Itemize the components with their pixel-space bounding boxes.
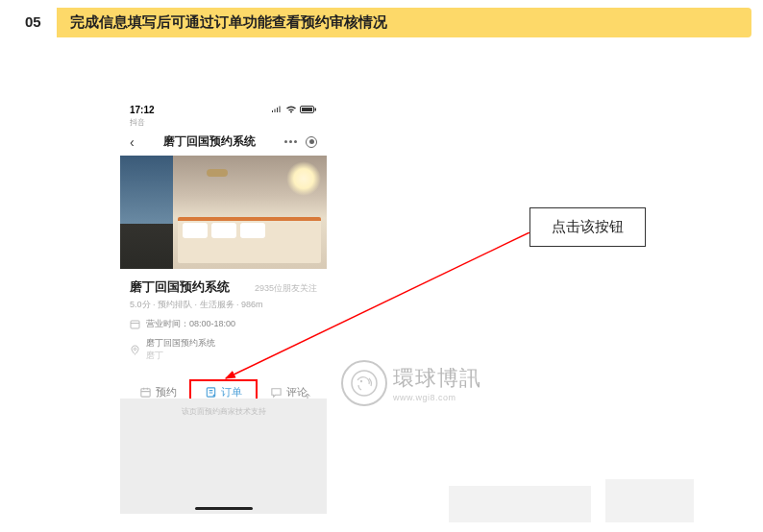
content-placeholder: 该页面预约商家技术支持 bbox=[120, 399, 327, 514]
watermark-title: 環球博訊 bbox=[393, 364, 481, 393]
svg-point-4 bbox=[134, 348, 135, 350]
listing-hours: 营业时间：08:00-18:00 bbox=[130, 318, 317, 330]
blur-patch bbox=[605, 479, 694, 522]
nav-title: 磨丁回国预约系统 bbox=[135, 133, 284, 150]
callout-label: 点击该按钮 bbox=[529, 207, 646, 247]
hero-image bbox=[120, 156, 327, 269]
watermark-logo-icon bbox=[341, 360, 387, 406]
info-block: 磨丁回国预约系统 2935位朋友关注 5.0分 · 预约排队 · 生活服务 · … bbox=[120, 269, 327, 368]
svg-rect-3 bbox=[131, 321, 139, 328]
step-header: 05 完成信息填写后可通过订单功能查看预约审核情况 bbox=[12, 8, 751, 37]
status-app: 抖音 bbox=[120, 117, 327, 130]
listing-title: 磨丁回国预约系统 bbox=[130, 278, 230, 296]
watermark: 環球博訊 www.wgi8.com bbox=[341, 360, 481, 406]
clock-icon bbox=[130, 319, 140, 329]
svg-rect-5 bbox=[141, 389, 150, 397]
battery-icon bbox=[300, 105, 317, 115]
watermark-url: www.wgi8.com bbox=[393, 393, 481, 402]
blur-patch bbox=[449, 486, 591, 522]
svg-point-8 bbox=[352, 371, 377, 396]
listing-subtitle: 5.0分 · 预约排队 · 生活服务 · 986m bbox=[130, 299, 317, 311]
svg-rect-1 bbox=[302, 108, 312, 111]
target-icon[interactable] bbox=[306, 136, 317, 148]
nav-bar: ‹ 磨丁回国预约系统 bbox=[120, 130, 327, 156]
more-icon[interactable] bbox=[284, 140, 300, 144]
svg-point-9 bbox=[360, 380, 362, 382]
placeholder-note: 该页面预约商家技术支持 bbox=[120, 399, 327, 417]
phone-screenshot: 17:12 抖音 ‹ 磨丁回国预约系统 磨丁回国预约系统 2935位朋友关注 5… bbox=[120, 101, 327, 413]
listing-favs: 2935位朋友关注 bbox=[255, 282, 317, 295]
home-indicator bbox=[195, 507, 253, 510]
status-bar: 17:12 bbox=[120, 101, 327, 117]
listing-address: 磨丁回国预约系统 磨丁 bbox=[130, 337, 317, 362]
step-number: 05 bbox=[12, 8, 57, 37]
step-instruction: 完成信息填写后可通过订单功能查看预约审核情况 bbox=[57, 8, 751, 37]
nav-actions[interactable] bbox=[284, 136, 317, 148]
svg-rect-2 bbox=[315, 109, 317, 111]
status-time: 17:12 bbox=[130, 105, 155, 115]
signal-icon bbox=[271, 105, 283, 115]
location-icon bbox=[130, 345, 140, 355]
wifi-icon bbox=[285, 105, 297, 115]
